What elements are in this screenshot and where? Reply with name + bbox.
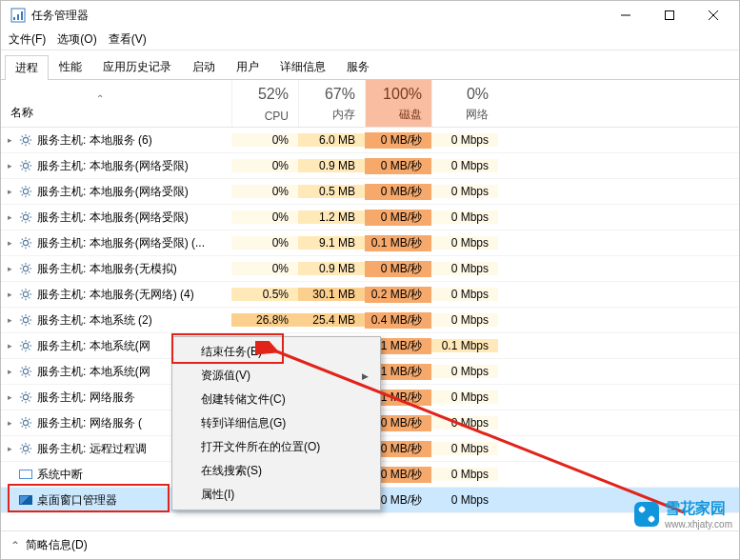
expand-toggle[interactable]: ▸ (5, 212, 14, 222)
svg-line-49 (22, 239, 23, 240)
svg-rect-1 (13, 17, 15, 20)
expand-toggle[interactable]: ▸ (5, 161, 14, 170)
collapse-caret-icon[interactable]: ⌃ (10, 539, 20, 552)
gear-icon (18, 210, 33, 225)
svg-line-58 (22, 265, 23, 266)
table-row[interactable]: ▸服务主机: 本地系统 (2)26.8%25.4 MB0.4 MB/秒0 Mbp… (1, 308, 739, 333)
process-name-cell: ▸服务主机: 本地服务 (6) (1, 132, 231, 149)
svg-line-41 (29, 220, 30, 221)
tab-5[interactable]: 详细信息 (270, 54, 336, 79)
svg-line-22 (22, 162, 23, 163)
table-row[interactable]: ▸服务主机: 本地服务(网络受限)0%0.5 MB0 MB/秒0 Mbps (1, 179, 739, 205)
tab-2[interactable]: 应用历史记录 (92, 54, 182, 79)
process-name: 桌面窗口管理器 (37, 492, 117, 509)
table-row[interactable]: ▸服务主机: 本地服务(网络受限) (...0%9.1 MB0.1 MB/秒0 … (1, 230, 739, 256)
metric-cell: 0 Mbps (431, 313, 498, 327)
svg-line-16 (29, 136, 30, 137)
metric-cell: 0.5 MB (298, 185, 365, 198)
expand-toggle[interactable]: ▸ (5, 264, 14, 273)
context-menu-item[interactable]: 创建转储文件(C) (174, 388, 378, 411)
col-header-磁盘[interactable]: 100%磁盘 (365, 80, 431, 127)
menu-view[interactable]: 查看(V) (109, 31, 147, 48)
context-menu-label: 结束任务(E) (201, 344, 262, 360)
expand-toggle[interactable]: ▸ (5, 135, 14, 145)
tab-4[interactable]: 用户 (226, 54, 270, 79)
watermark-title: 雪花家园 (665, 499, 732, 519)
tab-6[interactable]: 服务 (336, 54, 380, 79)
svg-line-78 (22, 323, 23, 324)
svg-point-116 (23, 446, 28, 450)
process-name: 服务主机: 本地服务(网络受限) (37, 184, 189, 200)
minimize-button[interactable] (604, 1, 648, 30)
context-menu-item[interactable]: 打开文件所在的位置(O) (174, 435, 378, 459)
menu-options[interactable]: 选项(O) (57, 31, 96, 48)
context-menu-item[interactable]: 属性(I) (174, 483, 378, 507)
gear-icon (18, 235, 33, 250)
expand-toggle[interactable]: ▸ (5, 341, 14, 350)
svg-line-114 (22, 426, 23, 427)
svg-line-87 (22, 349, 23, 350)
svg-rect-2 (17, 14, 19, 20)
process-name: 服务主机: 本地服务(网络受限) (37, 158, 189, 174)
tab-0[interactable]: 进程 (5, 55, 49, 80)
svg-line-52 (29, 239, 30, 240)
col-header-网络[interactable]: 0%网络 (431, 80, 498, 127)
svg-point-26 (23, 189, 28, 193)
process-name: 系统中断 (37, 467, 83, 483)
tab-1[interactable]: 性能 (49, 54, 92, 79)
expand-toggle[interactable]: ▸ (5, 238, 14, 248)
svg-line-34 (29, 188, 30, 189)
col-header-CPU[interactable]: 52%CPU (231, 80, 298, 127)
table-row[interactable]: ▸服务主机: 本地服务(网络受限)0%0.9 MB0 MB/秒0 Mbps (1, 153, 739, 179)
svg-line-40 (22, 213, 23, 214)
context-menu-item[interactable]: 资源值(V)▶ (174, 364, 378, 388)
metric-cell: 0.1 MB/秒 (365, 235, 431, 251)
col-name-label: 名称 (10, 105, 33, 121)
process-name: 服务主机: 本地服务(无网络) (4) (37, 287, 194, 303)
svg-line-105 (22, 400, 23, 401)
metric-cell: 0.2 MB/秒 (365, 287, 431, 303)
watermark-url: www.xhjaty.com (665, 519, 732, 530)
expand-toggle[interactable]: ▸ (5, 290, 14, 299)
process-name: 服务主机: 本地系统(网 (37, 338, 150, 354)
metric-cell: 0 Mbps (431, 262, 498, 275)
table-row[interactable]: ▸服务主机: 本地服务(无网络) (4)0.5%30.1 MB0.2 MB/秒0… (1, 282, 739, 308)
gear-icon (18, 287, 33, 302)
process-name: 服务主机: 网络服务 (37, 390, 135, 406)
context-menu-label: 属性(I) (201, 487, 234, 503)
col-name[interactable]: ⌃ 名称 (1, 80, 231, 127)
tab-3[interactable]: 启动 (182, 54, 226, 79)
table-row[interactable]: ▸服务主机: 本地服务 (6)0%6.0 MB0 MB/秒0 Mbps (1, 128, 739, 153)
process-name: 服务主机: 网络服务 ( (37, 415, 142, 431)
expand-toggle[interactable]: ▸ (5, 367, 14, 376)
svg-line-33 (22, 194, 23, 195)
expand-toggle[interactable]: ▸ (5, 418, 14, 428)
footer-label[interactable]: 简略信息(D) (26, 537, 88, 553)
sort-caret-icon: ⌃ (96, 93, 104, 104)
svg-line-50 (29, 246, 30, 247)
context-menu-item[interactable]: 结束任务(E) (174, 340, 378, 364)
context-menu-item[interactable]: 在线搜索(S) (174, 459, 378, 483)
expand-toggle[interactable]: ▸ (5, 444, 14, 453)
menu-file[interactable]: 文件(F) (9, 31, 46, 48)
table-row[interactable]: ▸服务主机: 本地服务(网络受限)0%1.2 MB0 MB/秒0 Mbps (1, 205, 739, 230)
table-row[interactable]: ▸服务主机: 本地服务(无模拟)0%0.9 MB0 MB/秒0 Mbps (1, 256, 739, 282)
expand-toggle[interactable]: ▸ (5, 392, 14, 402)
close-button[interactable] (691, 1, 735, 30)
svg-line-86 (29, 349, 30, 350)
svg-line-15 (22, 143, 23, 144)
maximize-button[interactable] (648, 1, 691, 30)
menubar: 文件(F) 选项(O) 查看(V) (1, 30, 739, 50)
col-header-内存[interactable]: 67%内存 (298, 80, 365, 127)
titlebar[interactable]: 任务管理器 (1, 1, 739, 30)
metric-cell: 0 MB/秒 (365, 132, 431, 149)
context-menu-label: 资源值(V) (201, 368, 250, 384)
context-menu-label: 创建转储文件(C) (201, 391, 286, 408)
context-menu-item[interactable]: 转到详细信息(G) (174, 411, 378, 435)
gear-icon (18, 390, 33, 405)
expand-toggle[interactable]: ▸ (5, 187, 14, 196)
expand-toggle[interactable]: ▸ (5, 315, 14, 325)
svg-line-69 (22, 297, 23, 298)
metric-cell: 0 Mbps (431, 468, 498, 481)
svg-point-71 (23, 317, 28, 322)
